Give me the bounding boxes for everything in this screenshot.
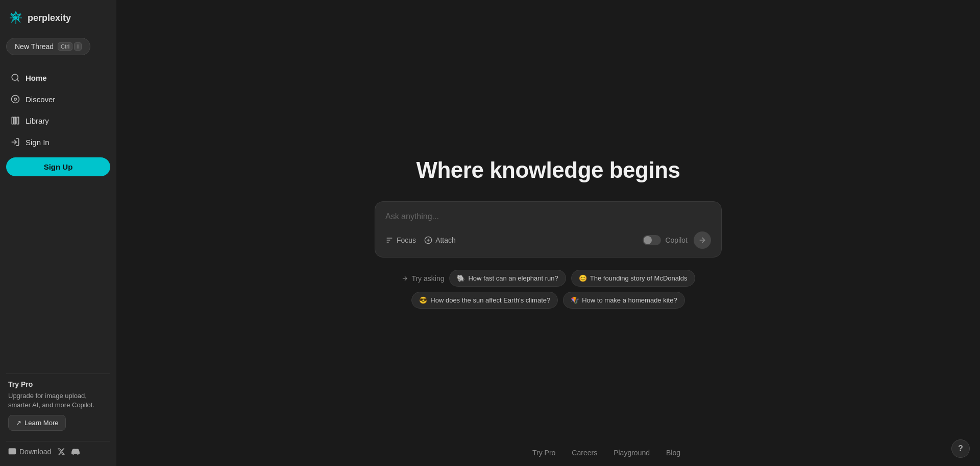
main-content-area: Where knowledge begins Focus Attach xyxy=(116,0,980,466)
svg-line-2 xyxy=(17,79,18,81)
try-asking-text: Try asking xyxy=(411,274,444,283)
ctrl-key: Ctrl xyxy=(58,42,72,51)
svg-point-0 xyxy=(14,16,17,19)
download-label: Download xyxy=(19,448,51,456)
perplexity-logo-icon xyxy=(8,10,23,26)
sign-up-button[interactable]: Sign Up xyxy=(6,157,110,176)
compass-icon xyxy=(10,94,20,104)
try-asking-label: Try asking xyxy=(401,274,444,283)
learn-more-button[interactable]: ↗ Learn More xyxy=(8,415,66,431)
help-button[interactable]: ? xyxy=(951,439,970,458)
svg-rect-5 xyxy=(12,117,13,124)
svg-rect-6 xyxy=(14,117,16,124)
search-left-tools: Focus Attach xyxy=(385,236,456,244)
toggle-knob xyxy=(644,236,652,244)
sidebar: perplexity New Thread Ctrl I Home Discov… xyxy=(0,0,116,466)
elephant-emoji: 🐘 xyxy=(457,274,465,282)
sidebar-home-label: Home xyxy=(26,74,47,82)
discord-button[interactable] xyxy=(71,448,80,456)
suggestion-chip-sun[interactable]: 😎 How does the sun affect Earth's climat… xyxy=(411,292,558,309)
download-button[interactable]: Download xyxy=(8,448,51,456)
bottom-link-blog[interactable]: Blog xyxy=(666,449,680,457)
search-icon xyxy=(10,73,20,83)
app-logo-text: perplexity xyxy=(28,13,71,24)
focus-button[interactable]: Focus xyxy=(385,236,416,244)
sidebar-item-signin[interactable]: Sign In xyxy=(6,132,110,152)
mcdonalds-emoji: 😊 xyxy=(579,274,587,282)
signin-label: Sign In xyxy=(26,138,50,147)
new-thread-button[interactable]: New Thread Ctrl I xyxy=(6,38,90,55)
sidebar-discover-label: Discover xyxy=(26,95,55,104)
new-thread-shortcut: Ctrl I xyxy=(58,42,82,51)
attach-icon xyxy=(424,236,432,244)
sun-emoji: 😎 xyxy=(419,296,427,304)
sidebar-library-label: Library xyxy=(26,116,49,125)
search-box: Focus Attach Copilot xyxy=(375,201,722,258)
sidebar-footer: Download xyxy=(6,441,110,458)
main-content: Where knowledge begins Focus Attach xyxy=(364,157,732,309)
twitter-icon xyxy=(57,448,65,456)
learn-more-icon: ↗ xyxy=(16,419,21,427)
attach-button[interactable]: Attach xyxy=(424,236,456,244)
search-toolbar: Focus Attach Copilot xyxy=(385,231,711,249)
svg-point-3 xyxy=(12,96,19,103)
library-icon xyxy=(10,115,20,126)
discord-icon xyxy=(71,448,80,456)
bottom-link-try-pro[interactable]: Try Pro xyxy=(532,449,555,457)
elephant-text: How fast can an elephant run? xyxy=(468,274,558,282)
suggestion-chip-mcdonalds[interactable]: 😊 The founding story of McDonalds xyxy=(571,270,695,287)
try-pro-title: Try Pro xyxy=(8,380,108,388)
new-thread-label: New Thread xyxy=(15,42,54,51)
try-asking-arrow-icon xyxy=(401,275,408,282)
copilot-toggle: Copilot xyxy=(643,235,688,245)
try-asking-row: Try asking 🐘 How fast can an elephant ru… xyxy=(401,270,695,287)
focus-icon xyxy=(385,236,394,244)
search-right-tools: Copilot xyxy=(643,231,711,249)
mcdonalds-text: The founding story of McDonalds xyxy=(590,274,688,282)
bottom-link-playground[interactable]: Playground xyxy=(614,449,650,457)
sidebar-item-home[interactable]: Home xyxy=(6,67,110,88)
try-pro-description: Upgrade for image upload, smarter AI, an… xyxy=(8,391,108,410)
suggestions-area: Try asking 🐘 How fast can an elephant ru… xyxy=(401,270,695,309)
signin-icon xyxy=(10,137,20,147)
svg-rect-7 xyxy=(17,117,19,124)
bottom-link-careers[interactable]: Careers xyxy=(572,449,597,457)
copilot-label: Copilot xyxy=(665,236,688,244)
attach-label: Attach xyxy=(435,236,456,244)
i-key: I xyxy=(74,42,82,51)
kite-text: How to make a homemade kite? xyxy=(582,296,677,304)
sidebar-bottom: Try Pro Upgrade for image upload, smarte… xyxy=(6,374,110,458)
arrow-right-icon xyxy=(698,236,706,244)
suggestions-row-2: 😎 How does the sun affect Earth's climat… xyxy=(411,292,684,309)
sidebar-item-discover[interactable]: Discover xyxy=(6,89,110,109)
logo-area: perplexity xyxy=(6,8,110,28)
search-input[interactable] xyxy=(385,212,711,221)
search-submit-button[interactable] xyxy=(694,231,711,249)
sun-text: How does the sun affect Earth's climate? xyxy=(430,296,550,304)
copilot-toggle-switch[interactable] xyxy=(643,235,661,245)
kite-emoji: 🪁 xyxy=(571,296,579,304)
svg-rect-9 xyxy=(9,449,15,454)
learn-more-label: Learn More xyxy=(24,419,58,427)
try-pro-card: Try Pro Upgrade for image upload, smarte… xyxy=(6,374,110,437)
suggestion-chip-elephant[interactable]: 🐘 How fast can an elephant run? xyxy=(449,270,566,287)
bottom-nav: Try Pro Careers Playground Blog xyxy=(233,439,980,466)
page-headline: Where knowledge begins xyxy=(416,157,680,183)
suggestion-chip-kite[interactable]: 🪁 How to make a homemade kite? xyxy=(563,292,684,309)
download-icon xyxy=(8,448,16,456)
sidebar-item-library[interactable]: Library xyxy=(6,110,110,131)
twitter-button[interactable] xyxy=(57,448,65,456)
svg-point-4 xyxy=(14,98,17,101)
focus-label: Focus xyxy=(397,236,416,244)
